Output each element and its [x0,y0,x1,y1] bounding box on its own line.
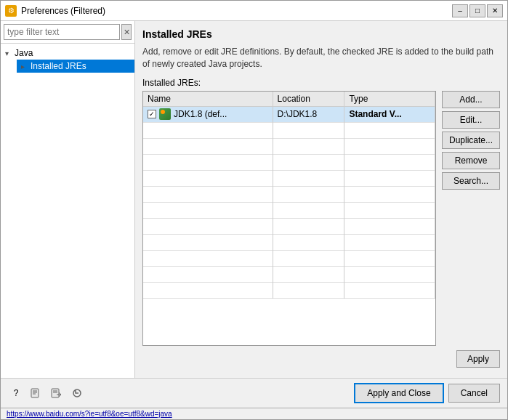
panel-description: Add, remove or edit JRE definitions. By … [142,46,500,70]
footer-bar: ? [1,378,507,408]
close-button[interactable]: ✕ [487,4,503,17]
footer-icons: ? [8,385,85,401]
filter-box: ✕ [1,21,134,44]
filter-clear-button[interactable]: ✕ [121,24,132,40]
panel-title: Installed JREs [142,28,500,40]
table-row-empty-6 [143,202,435,218]
revert-icon[interactable] [69,385,85,401]
col-type: Type [344,92,435,107]
filter-input[interactable] [4,24,120,40]
jre-type: Standard V... [349,109,401,119]
duplicate-button[interactable]: Duplicate... [442,132,500,149]
window-controls: – □ ✕ [452,4,503,17]
cancel-button[interactable]: Cancel [448,384,500,403]
tree-item-java[interactable]: ▾ Java [1,47,134,60]
apply-button[interactable]: Apply [456,350,500,368]
side-buttons: Add... Edit... Duplicate... Remove Searc… [442,91,500,346]
table-row-empty-11 [143,282,435,298]
jre-checkbox[interactable]: ✓ [148,110,156,118]
table-row[interactable]: ✓ JDK1.8 (def... D:\JDK1.8 Standard [143,106,435,122]
tree-installed-jres-label: Installed JREs [31,61,86,71]
maximize-button[interactable]: □ [469,4,485,17]
table-row-empty-8 [143,234,435,250]
apply-and-close-button[interactable]: Apply and Close [354,383,443,403]
col-name: Name [143,92,273,107]
svg-rect-4 [52,389,59,397]
jre-row-cell: ✓ JDK1.8 (def... [148,108,268,120]
status-bar[interactable]: https://www.baidu.com/s?ie=utf8&oe=utf8&… [1,408,507,419]
search-button[interactable]: Search... [442,172,500,190]
jre-location: D:\JDK1.8 [278,109,318,119]
jre-table: Name Location Type ✓ [143,92,435,299]
tree-child-area: ▸ Installed JREs [1,60,134,73]
jre-name: JDK1.8 (def... [174,109,227,119]
table-row-empty-5 [143,186,435,202]
table-row-empty-7 [143,218,435,234]
main-panel: Installed JREs Add, remove or edit JRE d… [135,21,507,378]
window-title: Preferences (Filtered) [21,6,452,16]
footer-actions: Apply and Close Cancel [354,383,500,403]
title-bar: ⚙ Preferences (Filtered) – □ ✕ [1,1,507,21]
minimize-button[interactable]: – [452,4,468,17]
table-row-empty-9 [143,250,435,266]
row-type-cell: Standard V... [344,106,435,122]
remove-button[interactable]: Remove [442,152,500,169]
apply-btn-area: Apply [142,350,500,368]
table-row-empty-3 [143,154,435,170]
svg-rect-0 [31,389,39,397]
tree-expand-arrow: ▾ [5,49,12,57]
sidebar-item-installed-jres[interactable]: ▸ Installed JREs [17,60,134,73]
sidebar: ✕ ▾ Java ▸ Installed JREs [1,21,135,378]
table-row-empty-10 [143,266,435,282]
installed-label: Installed JREs: [142,78,500,88]
help-icon[interactable]: ? [8,385,24,401]
tree-leaf-arrow: ▸ [21,62,28,70]
tree-java-label: Java [15,48,33,58]
import-icon[interactable] [49,385,65,401]
table-row-empty-1 [143,122,435,138]
content-area: ✕ ▾ Java ▸ Installed JREs Installed JREs… [1,21,507,378]
col-location: Location [273,92,344,107]
preferences-window: ⚙ Preferences (Filtered) – □ ✕ ✕ ▾ Java [0,0,508,420]
table-row-empty-2 [143,138,435,154]
edit-button[interactable]: Edit... [442,111,500,129]
window-icon: ⚙ [5,5,17,17]
table-row-empty-4 [143,170,435,186]
jdk-icon [159,108,171,120]
tree-area: ▾ Java ▸ Installed JREs [1,44,134,378]
row-location-cell: D:\JDK1.8 [273,106,344,122]
jre-section: Name Location Type ✓ [142,91,500,346]
status-url: https://www.baidu.com/s?ie=utf8&oe=utf8&… [7,410,172,418]
add-button[interactable]: Add... [442,91,500,108]
row-name-cell: ✓ JDK1.8 (def... [143,106,273,122]
jre-table-container: Name Location Type ✓ [142,91,436,346]
export-icon[interactable] [28,385,44,401]
